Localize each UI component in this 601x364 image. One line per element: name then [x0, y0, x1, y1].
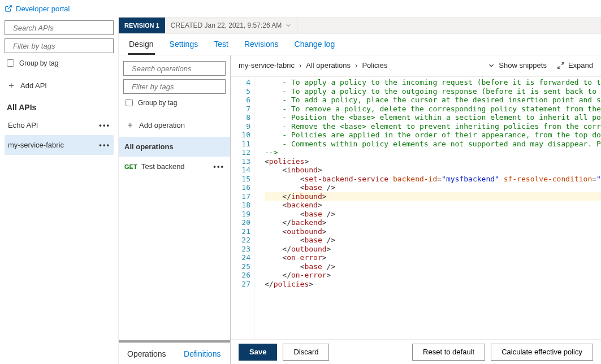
- chevron-down-icon: [285, 22, 292, 29]
- ops-tab-operations[interactable]: Operations: [119, 343, 175, 364]
- all-operations-item[interactable]: All operations: [119, 137, 230, 157]
- plus-icon: ＋: [7, 80, 16, 92]
- breadcrumb-sep: ›: [354, 61, 358, 70]
- developer-portal-label: Developer portal: [16, 5, 70, 13]
- group-by-tag-checkbox[interactable]: [7, 59, 14, 67]
- search-operations-box[interactable]: [123, 61, 226, 76]
- svg-line-7: [561, 62, 564, 64]
- breadcrumb: my-service-fabric › All operations › Pol…: [239, 61, 387, 70]
- more-icon[interactable]: •••: [213, 162, 224, 171]
- editor-gutter: 4567891011121314151617181920212223242526…: [231, 77, 254, 339]
- filter-apis-box[interactable]: [5, 38, 114, 53]
- filter-apis-input[interactable]: [12, 41, 110, 51]
- tab-design[interactable]: Design: [128, 40, 155, 55]
- group-by-tag-apis[interactable]: Group by tag: [5, 58, 114, 68]
- group-by-tag-label: Group by tag: [19, 59, 58, 67]
- save-button[interactable]: Save: [239, 344, 277, 361]
- search-apis-box[interactable]: [5, 20, 114, 35]
- group-by-tag-ops-checkbox[interactable]: [126, 99, 133, 106]
- show-snippets-label: Show snippets: [499, 61, 547, 70]
- add-api-button[interactable]: ＋ Add API: [5, 74, 114, 97]
- discard-button[interactable]: Discard: [283, 344, 329, 361]
- operation-name: Test backend: [141, 162, 213, 171]
- revision-badge: REVISION 1: [119, 18, 165, 33]
- svg-line-8: [558, 66, 560, 68]
- editor-lines[interactable]: - To apply a policy to the incoming requ…: [254, 77, 601, 339]
- revision-bar: REVISION 1 CREATED Jan 22, 2021, 9:57:26…: [119, 17, 601, 34]
- filter-operations-box[interactable]: [123, 79, 226, 94]
- ops-tab-definitions[interactable]: Definitions: [175, 343, 231, 364]
- operation-item[interactable]: GET Test backend •••: [119, 157, 230, 176]
- expand-icon: [557, 62, 565, 70]
- plus-icon: ＋: [126, 119, 135, 131]
- api-tabs: Design Settings Test Revisions Change lo…: [119, 34, 601, 55]
- search-operations-input[interactable]: [131, 64, 228, 73]
- expand-label: Expand: [568, 61, 593, 70]
- all-apis-heading: All APIs: [5, 97, 114, 115]
- more-icon[interactable]: •••: [99, 141, 110, 149]
- filter-operations-input[interactable]: [131, 82, 228, 92]
- add-operation-label: Add operation: [139, 121, 185, 129]
- search-apis-input[interactable]: [12, 23, 110, 33]
- api-list-item[interactable]: my-service-fabric •••: [5, 135, 114, 155]
- api-name: Echo API: [8, 121, 38, 129]
- all-operations-label: All operations: [124, 142, 174, 151]
- breadcrumb-api[interactable]: my-service-fabric: [239, 61, 295, 70]
- revision-created[interactable]: CREATED Jan 22, 2021, 9:57:26 AM: [165, 18, 299, 33]
- api-name: my-service-fabric: [8, 141, 64, 149]
- add-api-label: Add API: [20, 81, 47, 90]
- add-operation-button[interactable]: ＋ Add operation: [123, 114, 226, 137]
- tab-test[interactable]: Test: [213, 40, 230, 55]
- operation-method: GET: [124, 163, 141, 170]
- api-list-item[interactable]: Echo API •••: [5, 115, 114, 135]
- breadcrumb-page: Policies: [362, 61, 387, 70]
- calc-effective-policy-button[interactable]: Calculate effective policy: [491, 344, 593, 361]
- expand-button[interactable]: Expand: [557, 61, 593, 70]
- tab-revisions[interactable]: Revisions: [243, 40, 280, 55]
- svg-line-0: [8, 6, 11, 9]
- reset-default-button[interactable]: Reset to default: [412, 344, 485, 361]
- policy-editor[interactable]: 4567891011121314151617181920212223242526…: [231, 77, 601, 339]
- show-snippets-button[interactable]: Show snippets: [487, 61, 547, 70]
- external-link-icon: [5, 5, 12, 12]
- more-icon[interactable]: •••: [99, 121, 110, 129]
- chevron-down-icon: [487, 62, 495, 70]
- revision-created-label: CREATED Jan 22, 2021, 9:57:26 AM: [171, 21, 282, 29]
- group-by-tag-ops-label: Group by tag: [138, 99, 177, 107]
- tab-settings[interactable]: Settings: [168, 40, 200, 55]
- group-by-tag-ops[interactable]: Group by tag: [123, 97, 226, 108]
- developer-portal-link[interactable]: Developer portal: [5, 5, 70, 13]
- tab-changelog[interactable]: Change log: [293, 40, 336, 55]
- breadcrumb-scope[interactable]: All operations: [306, 61, 351, 70]
- breadcrumb-sep: ›: [298, 61, 302, 70]
